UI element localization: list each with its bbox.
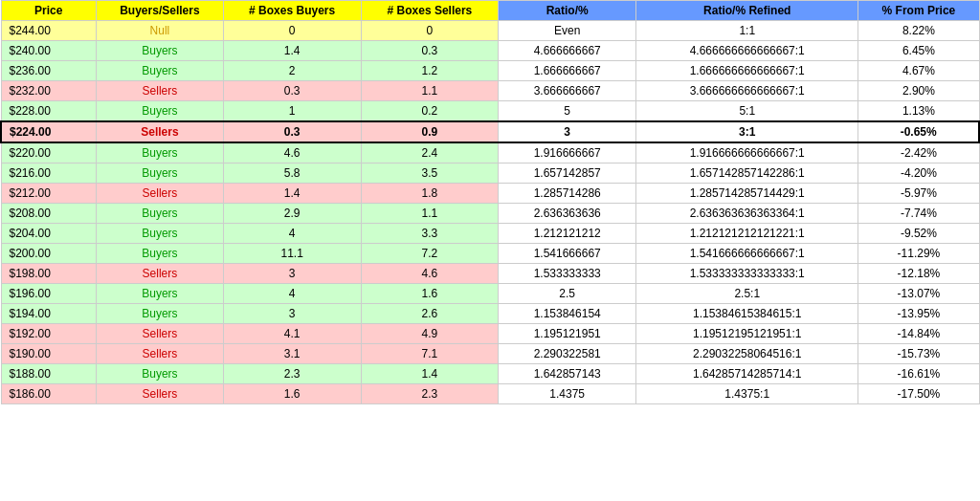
ratio-cell: 1.642857143 [499, 364, 636, 384]
boxes-sellers-cell: 4.9 [361, 324, 499, 344]
buyers-sellers-cell: Sellers [97, 344, 224, 364]
boxes-buyers-cell: 1.6 [223, 384, 361, 404]
ratio-cell: 1.657142857 [499, 163, 636, 184]
price-cell: $224.00 [1, 121, 97, 142]
ratio-cell: 1.285714286 [499, 184, 636, 204]
ratio-refined-cell: 5:1 [636, 101, 858, 122]
buyers-sellers-cell: Buyers [97, 204, 224, 224]
buyers-sellers-cell: Sellers [97, 324, 224, 344]
ratio-refined-cell: 2.636363636363364:1 [636, 204, 858, 224]
buyers-sellers-cell: Buyers [97, 41, 224, 61]
boxes-sellers-cell: 7.1 [361, 344, 499, 364]
price-cell: $186.00 [1, 384, 97, 404]
price-cell: $204.00 [1, 224, 97, 244]
ratio-cell: 5 [499, 101, 636, 122]
ratio-refined-cell: 1.19512195121951:1 [636, 324, 858, 344]
boxes-sellers-cell: 7.2 [361, 244, 499, 264]
boxes-buyers-cell: 3 [223, 264, 361, 284]
boxes-buyers-cell: 2.9 [223, 204, 361, 224]
price-cell: $216.00 [1, 163, 97, 184]
price-cell: $244.00 [1, 21, 97, 41]
boxes-sellers-cell: 1.4 [361, 364, 499, 384]
boxes-sellers-cell: 2.4 [361, 142, 499, 163]
price-cell: $198.00 [1, 264, 97, 284]
buyers-sellers-cell: Buyers [97, 244, 224, 264]
table-row: $236.00Buyers21.21.6666666671.6666666666… [1, 61, 979, 81]
from-price-cell: -11.29% [858, 244, 979, 264]
boxes-sellers-cell: 1.1 [361, 204, 499, 224]
header-price: Price [1, 1, 97, 21]
buyers-sellers-cell: Buyers [97, 224, 224, 244]
data-table: Price Buyers/Sellers # Boxes Buyers # Bo… [0, 0, 980, 404]
boxes-buyers-cell: 4 [223, 224, 361, 244]
buyers-sellers-cell: Sellers [97, 184, 224, 204]
boxes-sellers-cell: 0 [361, 21, 499, 41]
boxes-sellers-cell: 2.6 [361, 304, 499, 324]
from-price-cell: -16.61% [858, 364, 979, 384]
table-row: $220.00Buyers4.62.41.9166666671.91666666… [1, 142, 979, 163]
header-boxes-sellers: # Boxes Sellers [361, 1, 499, 21]
table-row: $188.00Buyers2.31.41.6428571431.64285714… [1, 364, 979, 384]
ratio-refined-cell: 1.666666666666667:1 [636, 61, 858, 81]
boxes-buyers-cell: 4 [223, 284, 361, 304]
from-price-cell: 1.13% [858, 101, 979, 122]
price-cell: $240.00 [1, 41, 97, 61]
price-cell: $196.00 [1, 284, 97, 304]
ratio-cell: 2.290322581 [499, 344, 636, 364]
ratio-cell: 2.5 [499, 284, 636, 304]
table-body: $244.00Null00Even1:18.22%$240.00Buyers1.… [1, 21, 979, 404]
from-price-cell: -13.95% [858, 304, 979, 324]
boxes-sellers-cell: 1.6 [361, 284, 499, 304]
ratio-refined-cell: 2.5:1 [636, 284, 858, 304]
price-cell: $190.00 [1, 344, 97, 364]
boxes-buyers-cell: 3 [223, 304, 361, 324]
table-row: $198.00Sellers34.61.5333333331.533333333… [1, 264, 979, 284]
from-price-cell: -13.07% [858, 284, 979, 304]
ratio-refined-cell: 1.212121212121221:1 [636, 224, 858, 244]
boxes-sellers-cell: 1.1 [361, 81, 499, 101]
buyers-sellers-cell: Sellers [97, 264, 224, 284]
table-row: $190.00Sellers3.17.12.2903225812.2903225… [1, 344, 979, 364]
main-container: Price Buyers/Sellers # Boxes Buyers # Bo… [0, 0, 980, 404]
from-price-cell: -17.50% [858, 384, 979, 404]
header-ratio-refined: Ratio/% Refined [636, 1, 858, 21]
ratio-refined-cell: 1.4375:1 [636, 384, 858, 404]
from-price-cell: -14.84% [858, 324, 979, 344]
table-row: $240.00Buyers1.40.34.6666666674.66666666… [1, 41, 979, 61]
boxes-sellers-cell: 0.2 [361, 101, 499, 122]
ratio-cell: 4.666666667 [499, 41, 636, 61]
boxes-sellers-cell: 1.2 [361, 61, 499, 81]
from-price-cell: -9.52% [858, 224, 979, 244]
price-cell: $188.00 [1, 364, 97, 384]
table-row: $204.00Buyers43.31.2121212121.2121212121… [1, 224, 979, 244]
price-cell: $232.00 [1, 81, 97, 101]
table-row: $208.00Buyers2.91.12.6363636362.63636363… [1, 204, 979, 224]
ratio-refined-cell: 1.533333333333333:1 [636, 264, 858, 284]
buyers-sellers-cell: Sellers [97, 121, 224, 142]
buyers-sellers-cell: Buyers [97, 284, 224, 304]
ratio-refined-cell: 3.666666666666667:1 [636, 81, 858, 101]
header-from-price: % From Price [858, 1, 979, 21]
ratio-refined-cell: 1.64285714285714:1 [636, 364, 858, 384]
boxes-sellers-cell: 3.3 [361, 224, 499, 244]
boxes-buyers-cell: 0 [223, 21, 361, 41]
boxes-buyers-cell: 5.8 [223, 163, 361, 184]
table-row: $216.00Buyers5.83.51.6571428571.65714285… [1, 163, 979, 184]
table-row: $196.00Buyers41.62.52.5:1-13.07% [1, 284, 979, 304]
price-cell: $194.00 [1, 304, 97, 324]
buyers-sellers-cell: Buyers [97, 364, 224, 384]
ratio-refined-cell: 3:1 [636, 121, 858, 142]
header-row: Price Buyers/Sellers # Boxes Buyers # Bo… [1, 1, 979, 21]
ratio-refined-cell: 1:1 [636, 21, 858, 41]
ratio-cell: 1.195121951 [499, 324, 636, 344]
boxes-buyers-cell: 4.6 [223, 142, 361, 163]
buyers-sellers-cell: Buyers [97, 101, 224, 122]
header-ratio: Ratio/% [499, 1, 636, 21]
buyers-sellers-cell: Buyers [97, 142, 224, 163]
buyers-sellers-cell: Buyers [97, 61, 224, 81]
ratio-refined-cell: 1.657142857142286:1 [636, 163, 858, 184]
ratio-cell: 1.541666667 [499, 244, 636, 264]
price-cell: $208.00 [1, 204, 97, 224]
price-cell: $192.00 [1, 324, 97, 344]
from-price-cell: 4.67% [858, 61, 979, 81]
